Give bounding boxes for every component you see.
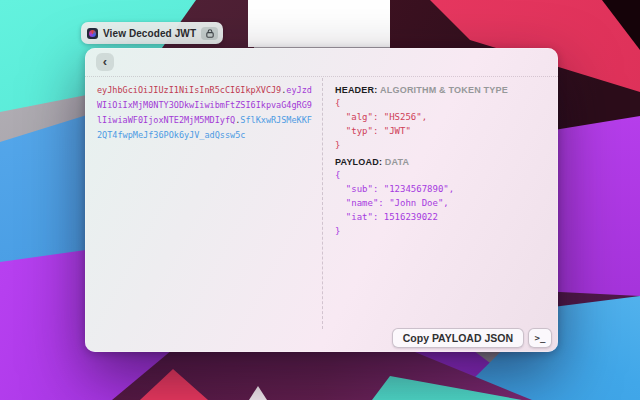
action-bar: Copy PAYLOAD JSON >_ <box>392 328 552 348</box>
payload-sublabel: DATA <box>385 157 409 167</box>
window-content: eyJhbGciOiJIUzI1NiIsInR5cCI6IkpXVCJ9.eyJ… <box>85 77 558 337</box>
desktop: View Decoded JWT ‹ eyJhbGciOiJIUzI1NiIsI… <box>0 0 640 400</box>
jwt-command-icon <box>87 28 98 39</box>
lock-icon[interactable] <box>201 27 218 40</box>
command-tab[interactable]: View Decoded JWT <box>81 22 223 44</box>
copy-payload-json-button[interactable]: Copy PAYLOAD JSON <box>392 328 524 348</box>
command-tab-title: View Decoded JWT <box>103 28 196 39</box>
chevron-left-icon: ‹ <box>103 55 107 68</box>
window-header: ‹ <box>85 48 558 77</box>
decoded-panel: HEADER: ALGORITHM & TOKEN TYPE { "alg": … <box>323 77 558 337</box>
jwt-header-segment: eyJhbGciOiJIUzI1NiIsInR5cCI6IkpXVCJ9 <box>97 85 281 95</box>
payload-label: PAYLOAD: <box>335 157 382 167</box>
terminal-prompt-icon[interactable]: >_ <box>528 328 552 348</box>
payload-section-label: PAYLOAD: DATA <box>335 156 550 168</box>
header-sublabel: ALGORITHM & TOKEN TYPE <box>380 85 508 95</box>
header-label: HEADER: <box>335 85 377 95</box>
header-section-label: HEADER: ALGORITHM & TOKEN TYPE <box>335 84 550 96</box>
jwt-token-text: eyJhbGciOiJIUzI1NiIsInR5cCI6IkpXVCJ9.eyJ… <box>85 77 322 337</box>
jwt-window: ‹ eyJhbGciOiJIUzI1NiIsInR5cCI6IkpXVCJ9.e… <box>85 48 558 352</box>
back-button[interactable]: ‹ <box>96 53 114 71</box>
payload-json: { "sub": "1234567890", "name": "John Doe… <box>335 168 550 238</box>
header-json: { "alg": "HS256", "typ": "JWT"} <box>335 96 550 152</box>
